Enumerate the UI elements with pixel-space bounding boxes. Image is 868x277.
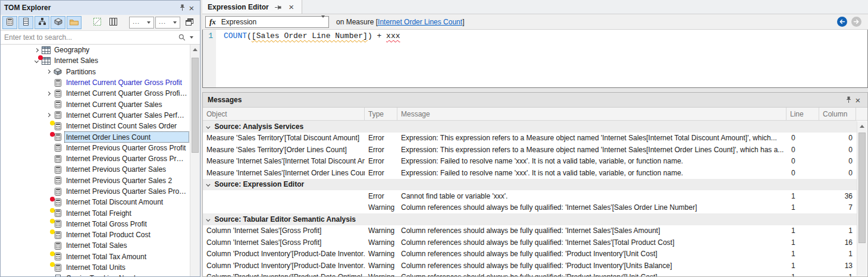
scroll-up-icon[interactable] (857, 121, 867, 131)
chevron-right-icon[interactable] (43, 92, 53, 95)
tab-expression-editor[interactable]: Expression Editor × (202, 0, 302, 14)
expression-editor-header: fx Expression on Measure [Internet Order… (202, 14, 868, 30)
message-row[interactable]: Measure 'Sales Territory'[Order Lines Co… (203, 144, 857, 156)
message-row[interactable]: Column 'Product Inventory'[Product-Date … (203, 260, 857, 272)
column-header-message[interactable]: Message (397, 108, 786, 120)
cascade-icon (186, 18, 193, 27)
chevron-right-icon[interactable] (43, 70, 53, 73)
tree-item[interactable]: Partitions (1, 67, 200, 77)
columns-filter-button[interactable] (18, 16, 33, 29)
code-editor[interactable]: 1 COUNT([Sales Order Line Number]) + xxx (202, 30, 868, 88)
display-options-button[interactable] (90, 16, 105, 29)
tree-scrollbar[interactable] (190, 45, 200, 276)
search-icon[interactable] (177, 33, 187, 42)
message-line: 1 (786, 262, 819, 270)
column-header-object[interactable]: Object (203, 108, 365, 120)
tree-item[interactable]: Carrier Tracking Number (1, 273, 200, 276)
code-token: ) (368, 32, 372, 40)
forward-button[interactable] (851, 17, 861, 27)
expression-context: on Measure [Internet Order Lines Count] (336, 18, 464, 26)
measure-icon (53, 263, 62, 272)
hierarchies-filter-button[interactable] (35, 16, 49, 29)
tree-item[interactable]: Internet Previous Quarter Gross Profi... (1, 153, 200, 164)
tree-item[interactable]: Internet Total Units (1, 262, 200, 273)
tree-item[interactable]: Internet Previous Quarter Sales Prop... (1, 186, 200, 197)
column-header-type[interactable]: Type (365, 108, 397, 120)
measure-icon (53, 177, 62, 185)
message-row[interactable]: Column 'Product Inventory'[Product-Date … (203, 272, 857, 277)
tree-item[interactable]: Internet Total Tax Amount (1, 251, 200, 262)
tree-item[interactable]: Internet Total Freight (1, 207, 200, 218)
tree-item[interactable]: Internet Current Quarter Sales (1, 99, 200, 109)
tree-item[interactable]: Internet Current Quarter Sales Perfor... (1, 110, 200, 121)
tree-item[interactable]: Internet Previous Quarter Gross Profit (1, 143, 200, 153)
filter-dropdown-2[interactable]: ... (155, 17, 180, 29)
message-row[interactable]: Column 'Product Inventory'[Product-Date … (203, 248, 857, 260)
tree-item[interactable]: Internet Order Lines Count (1, 131, 200, 142)
tree-item[interactable]: Internet Total Gross Profit (1, 219, 200, 229)
tree-item[interactable]: Internet Sales (1, 55, 200, 66)
filter-dropdown-1[interactable]: ... (129, 17, 154, 29)
tab-title: Expression Editor (208, 3, 269, 11)
pin-icon[interactable] (273, 2, 283, 12)
close-icon[interactable]: × (187, 3, 196, 12)
panel-splitter[interactable] (202, 88, 868, 92)
column-chooser-button[interactable] (106, 16, 121, 29)
message-object: Column 'Internet Sales'[Gross Profit] (203, 226, 365, 235)
folder-icon (70, 18, 79, 27)
tree-item-label: Geography (52, 46, 91, 54)
tree-item[interactable]: Internet Previous Quarter Sales 2 (1, 175, 200, 186)
measure-icon (53, 241, 62, 250)
code-line[interactable]: COUNT([Sales Order Line Number]) + xxx (216, 30, 400, 87)
column-header-line[interactable]: Line (786, 108, 819, 120)
message-row[interactable]: Measure 'Internet Sales'[Internet Total … (203, 156, 857, 168)
chevron-right-icon[interactable] (43, 114, 53, 117)
folders-filter-button[interactable] (67, 16, 82, 29)
message-row[interactable]: ErrorCannot find table or variable 'xxx'… (203, 190, 857, 202)
tree-item[interactable]: Internet Total Sales (1, 240, 200, 251)
message-group-header[interactable]: Source: Tabular Editor Semantic Analysis (203, 213, 857, 225)
tree-item[interactable]: Internet Total Product Cost (1, 229, 200, 240)
close-icon[interactable]: × (287, 2, 296, 12)
cascade-windows-button[interactable] (182, 16, 197, 29)
column-header-column[interactable]: Column (819, 108, 856, 120)
messages-scrollbar-thumb[interactable] (858, 133, 866, 243)
tree-item-label: Internet Order Lines Count (64, 133, 152, 141)
tree-item[interactable]: Internet Distinct Count Sales Order (1, 121, 200, 131)
tree-scrollbar-thumb[interactable] (192, 58, 199, 153)
tree-item[interactable]: Internet Total Discount Amount (1, 197, 200, 207)
pin-icon[interactable] (177, 3, 187, 12)
message-row[interactable]: Column 'Internet Sales'[Gross Profit]War… (203, 237, 857, 248)
measures-filter-button[interactable] (2, 16, 17, 29)
message-group-header[interactable]: Source: Analysis Services (203, 121, 857, 133)
back-button[interactable] (837, 17, 847, 27)
message-row[interactable]: Measure 'Internet Sales'[Internet Order … (203, 167, 857, 179)
close-icon[interactable]: × (853, 95, 863, 105)
property-selector-value: Expression (221, 18, 256, 26)
messages-scrollbar[interactable] (857, 121, 867, 276)
message-group-header[interactable]: Source: Expression Editor (203, 179, 857, 191)
search-options-caret-icon[interactable] (187, 33, 196, 42)
messages-column-headers: ObjectTypeMessageLineColumn (203, 108, 867, 121)
tree-item-label: Internet Previous Quarter Sales (64, 165, 168, 174)
partitions-filter-button[interactable] (51, 16, 65, 29)
tree-item-label: Internet Total Tax Amount (64, 253, 148, 261)
dropdown-label: ... (133, 18, 140, 25)
pin-icon[interactable] (844, 95, 853, 105)
tree-item[interactable]: Internet Current Quarter Gross Profit (1, 77, 200, 88)
message-column: 1 (819, 250, 856, 258)
chevron-right-icon[interactable] (32, 49, 41, 52)
message-row[interactable]: WarningColumn references should always b… (203, 202, 857, 214)
context-object-link[interactable]: Internet Order Lines Count (378, 18, 462, 26)
scroll-up-icon[interactable] (190, 45, 200, 55)
search-input[interactable] (4, 33, 177, 42)
message-object: Column 'Internet Sales'[Gross Profit] (203, 238, 365, 247)
tree-item[interactable]: Internet Previous Quarter Sales (1, 164, 200, 175)
measure-icon (53, 111, 62, 119)
tree-item-label: Internet Total Product Cost (64, 231, 152, 239)
message-row[interactable]: Measure 'Sales Territory'[Total Discount… (203, 133, 857, 144)
tree-item[interactable]: Geography (1, 45, 200, 55)
tree-item[interactable]: Internet Current Quarter Gross Profit... (1, 88, 200, 99)
message-row[interactable]: Column 'Internet Sales'[Gross Profit]War… (203, 225, 857, 237)
property-selector-dropdown[interactable]: fx Expression (205, 16, 329, 28)
